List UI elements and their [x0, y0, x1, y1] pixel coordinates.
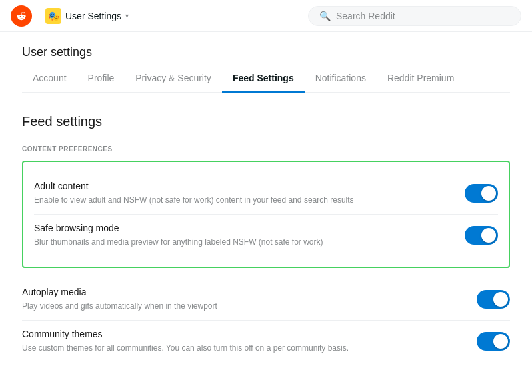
adult-content-title: Adult content	[34, 181, 443, 191]
top-nav: 🎭 User Settings ▾ 🔍	[0, 0, 532, 32]
tab-account[interactable]: Account	[22, 65, 77, 93]
adult-content-toggle-track	[465, 184, 498, 203]
autoplay-media-description: Play videos and gifs automatically when …	[22, 300, 455, 312]
autoplay-media-toggle-thumb	[493, 292, 508, 307]
content-preferences-label: CONTENT PREFERENCES	[22, 145, 510, 153]
content-section: Feed settings CONTENT PREFERENCES Adult …	[22, 93, 510, 362]
feed-settings-title: Feed settings	[22, 114, 510, 129]
community-themes-toggle[interactable]	[477, 332, 510, 351]
adult-content-toggle[interactable]	[465, 184, 498, 203]
autoplay-media-toggle-track	[477, 290, 510, 309]
user-settings-button[interactable]: 🎭 User Settings ▾	[40, 5, 134, 27]
search-input[interactable]	[336, 11, 510, 21]
tabs-bar: Account Profile Privacy & Security Feed …	[22, 65, 510, 93]
search-icon: 🔍	[319, 11, 331, 21]
autoplay-media-row: Autoplay media Play videos and gifs auto…	[22, 279, 510, 320]
community-themes-description: Use custom themes for all communities. Y…	[22, 342, 455, 354]
community-themes-text: Community themes Use custom themes for a…	[22, 329, 477, 354]
safe-browsing-title: Safe browsing mode	[34, 223, 443, 233]
community-themes-toggle-track	[477, 332, 510, 351]
reddit-logo[interactable]	[11, 5, 32, 27]
tab-profile[interactable]: Profile	[77, 65, 125, 93]
community-themes-toggle-thumb	[493, 334, 508, 349]
dropdown-arrow-icon: ▾	[125, 12, 129, 19]
safe-browsing-toggle[interactable]	[465, 226, 498, 245]
safe-browsing-row: Safe browsing mode Blur thumbnails and m…	[34, 214, 498, 256]
search-bar: 🔍	[308, 6, 521, 26]
safe-browsing-toggle-thumb	[481, 228, 496, 243]
autoplay-media-text: Autoplay media Play videos and gifs auto…	[22, 287, 477, 312]
tab-feed-settings[interactable]: Feed Settings	[222, 65, 305, 93]
tab-notifications[interactable]: Notifications	[305, 65, 377, 93]
autoplay-media-title: Autoplay media	[22, 287, 455, 297]
adult-content-description: Enable to view adult and NSFW (not safe …	[34, 194, 443, 206]
page-container: User settings Account Profile Privacy & …	[6, 32, 526, 362]
adult-content-row: Adult content Enable to view adult and N…	[34, 173, 498, 214]
autoplay-media-toggle[interactable]	[477, 290, 510, 309]
community-themes-title: Community themes	[22, 329, 455, 339]
safe-browsing-description: Blur thumbnails and media preview for an…	[34, 236, 443, 248]
tab-privacy-security[interactable]: Privacy & Security	[125, 65, 222, 93]
page-title-section: User settings	[22, 32, 510, 65]
adult-content-text: Adult content Enable to view adult and N…	[34, 181, 465, 206]
safe-browsing-text: Safe browsing mode Blur thumbnails and m…	[34, 223, 465, 248]
page-title: User settings	[22, 45, 510, 59]
reddit-icon	[11, 5, 32, 27]
user-settings-label: User Settings	[65, 11, 121, 21]
highlighted-content-box: Adult content Enable to view adult and N…	[22, 161, 510, 268]
safe-browsing-toggle-track	[465, 226, 498, 245]
adult-content-toggle-thumb	[481, 186, 496, 201]
user-avatar-icon: 🎭	[45, 8, 61, 24]
community-themes-row: Community themes Use custom themes for a…	[22, 320, 510, 362]
tab-reddit-premium[interactable]: Reddit Premium	[377, 65, 465, 93]
reddit-mascot-icon	[15, 9, 28, 23]
